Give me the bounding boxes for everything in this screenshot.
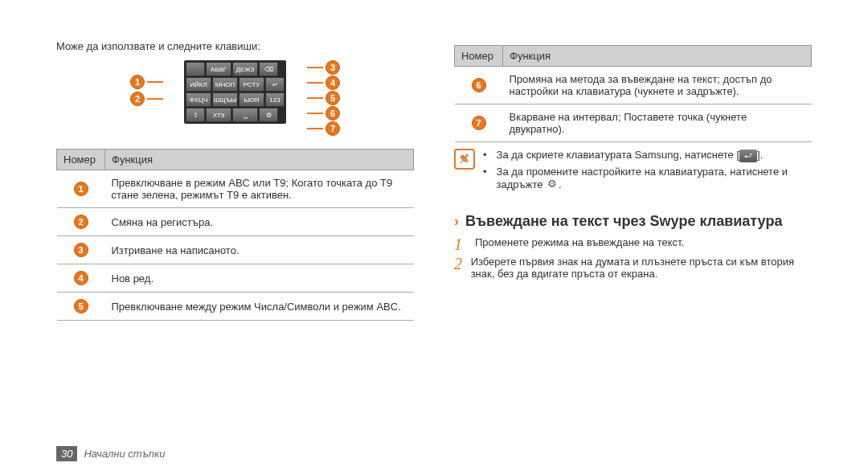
note-icon: ✎ — [454, 149, 475, 170]
footer: 30 Начални стъпки — [56, 446, 165, 461]
row-text: Превключване между режим Числа/Символи и… — [105, 293, 414, 321]
step-2: 2 Изберете първия знак на думата и плъзн… — [454, 256, 812, 280]
key: ЬЮЯ — [239, 92, 264, 107]
callouts-left: 1 2 — [130, 75, 163, 106]
th-number: Номер — [455, 46, 503, 67]
key: РСТУ — [239, 77, 264, 92]
callout-5: 5 — [326, 91, 340, 105]
table-row: 7 Вкарване на интервал; Поставете точка … — [455, 104, 812, 142]
note2-post: . — [559, 178, 562, 190]
row-num: 3 — [74, 243, 88, 257]
key: 123 — [265, 92, 285, 107]
keypad-figure: 1 2 АБВГ ДЕЖЗ ⌫ ИЙКЛ МНОП РСТУ ↵ ФХЦЧ — [56, 60, 414, 133]
keypad: АБВГ ДЕЖЗ ⌫ ИЙКЛ МНОП РСТУ ↵ ФХЦЧ ШЩЪЫ Ь… — [184, 60, 286, 124]
note-box: ✎ За да скриете клавиатурата Samsung, на… — [454, 149, 812, 194]
back-key-icon: ⮐ — [739, 149, 757, 162]
th-number: Номер — [57, 149, 105, 170]
table-row: 5 Превключване между режим Числа/Символи… — [57, 293, 414, 321]
step-text: Изберете първия знак на думата и плъзнет… — [471, 256, 812, 280]
key: АБВГ — [206, 62, 231, 76]
row-num: 4 — [74, 271, 88, 285]
callout-4: 4 — [326, 76, 340, 90]
gear-icon: ⚙ — [546, 178, 559, 190]
callout-3: 3 — [326, 60, 340, 75]
key-enter-icon: ↵ — [265, 77, 285, 92]
row-text: Изтриване на написаното. — [105, 236, 414, 264]
key-gear-icon: ⚙ — [259, 108, 278, 122]
note2-pre: За да промените настройките на клавиатур… — [497, 166, 788, 190]
table-row: 3 Изтриване на написаното. — [57, 236, 414, 264]
callout-1: 1 — [130, 75, 145, 89]
right-column: Номер Функция 6 Промяна на метода за във… — [454, 40, 812, 321]
th-function: Функция — [503, 46, 812, 67]
row-num: 2 — [74, 215, 88, 229]
key: ДЕЖЗ — [232, 62, 258, 76]
row-text: Превключване в режим ABC или T9; Когато … — [105, 170, 414, 208]
step-number: 2 — [454, 256, 463, 272]
key-backspace-icon: ⌫ — [259, 62, 278, 76]
key-space-icon: ␣ — [232, 108, 258, 122]
page-container: Може да използвате и следните клавиши: 1… — [0, 0, 868, 337]
intro-text: Може да използвате и следните клавиши: — [56, 40, 414, 52]
note-bullet-1: За да скриете клавиатурата Samsung, нати… — [483, 149, 812, 162]
th-function: Функция — [105, 149, 414, 170]
row-num: 7 — [472, 116, 486, 130]
right-table: Номер Функция 6 Промяна на метода за във… — [454, 45, 812, 142]
note1-post: ]. — [757, 149, 763, 161]
callout-2: 2 — [130, 92, 145, 106]
key: XT9 — [206, 108, 231, 122]
row-text: Смяна на регистъра. — [105, 208, 414, 236]
callout-6: 6 — [326, 106, 340, 121]
row-text: Вкарване на интервал; Поставете точка (ч… — [503, 104, 812, 142]
table-row: 6 Промяна на метода за въвеждане на текс… — [455, 67, 812, 104]
note1-pre: За да скриете клавиатурата Samsung, нати… — [497, 149, 740, 161]
row-num: 5 — [74, 299, 88, 313]
section-heading: › Въвеждане на текст чрез Swype клавиату… — [454, 213, 812, 230]
note-bullet-2: За да промените настройките на клавиатур… — [483, 166, 812, 190]
row-num: 1 — [74, 182, 88, 196]
key: МНОП — [212, 77, 238, 92]
chevron-icon: › — [454, 213, 459, 230]
step-1: 1 Променете режима на въвеждане на текст… — [454, 236, 812, 252]
table-row: 4 Нов ред. — [57, 264, 414, 293]
key: ФХЦЧ — [186, 92, 211, 107]
callouts-right: 3 4 5 6 7 — [307, 60, 340, 136]
left-table: Номер Функция 1 Превключване в режим ABC… — [56, 149, 414, 321]
key: ИЙКЛ — [186, 77, 211, 92]
step-text: Променете режима на въвеждане на текст. — [475, 236, 684, 248]
key-shift-icon: ⇧ — [186, 108, 205, 122]
page-number: 30 — [56, 446, 77, 461]
table-row: 2 Смяна на регистъра. — [57, 208, 414, 236]
step-number: 1 — [454, 236, 467, 252]
row-text: Промяна на метода за въвеждане на текст;… — [503, 67, 812, 104]
left-column: Може да използвате и следните клавиши: 1… — [56, 40, 414, 321]
row-text: Нов ред. — [105, 264, 414, 293]
key — [186, 62, 205, 76]
note-list: За да скриете клавиатурата Samsung, нати… — [483, 149, 812, 194]
section-title: Въвеждане на текст чрез Swype клавиатура — [465, 213, 782, 230]
row-num: 6 — [472, 78, 486, 92]
callout-7: 7 — [326, 121, 340, 136]
table-row: 1 Превключване в режим ABC или T9; Когат… — [57, 170, 414, 208]
key: ШЩЪЫ — [212, 92, 238, 107]
footer-label: Начални стъпки — [84, 448, 165, 460]
